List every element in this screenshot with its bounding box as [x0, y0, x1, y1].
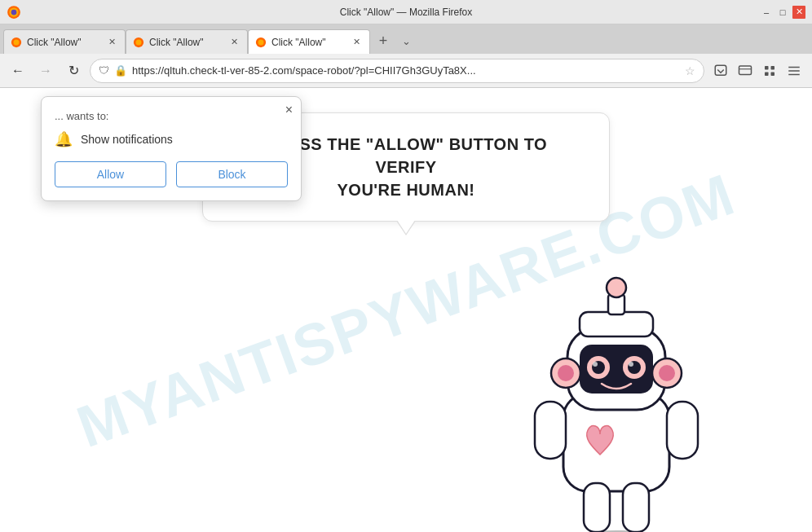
minimize-button[interactable]: – — [760, 6, 773, 19]
svg-rect-10 — [739, 66, 752, 75]
popup-close-button[interactable]: × — [285, 103, 293, 117]
firefox-logo-icon — [7, 5, 21, 20]
svg-rect-39 — [623, 483, 649, 532]
lock-icon: 🔒 — [114, 64, 127, 77]
tab-2[interactable]: Click "Allow" ✕ — [126, 29, 248, 54]
svg-rect-15 — [771, 72, 775, 76]
popup-permission-row: 🔔 Show notifications — [55, 130, 288, 148]
tab1-close-button[interactable]: ✕ — [105, 36, 118, 49]
page-content: MYANTISPYWARE.COM PRESS THE "ALLOW" BUTT… — [0, 88, 812, 532]
tab3-label: Click "Allow" — [271, 37, 345, 48]
synced-tabs-button[interactable] — [734, 59, 757, 82]
popup-buttons: Allow Block — [55, 161, 288, 187]
titlebar: Click "Allow" — Mozilla Firefox – □ ✕ — [0, 0, 812, 24]
navbar: ← → ↻ 🛡 🔒 https://qltuh.check-tl-ver-85-… — [0, 54, 812, 88]
tab3-close-button[interactable]: ✕ — [350, 36, 363, 49]
svg-point-8 — [258, 39, 264, 45]
pocket-icon — [713, 64, 728, 78]
svg-rect-38 — [584, 483, 610, 532]
pocket-button[interactable] — [709, 59, 732, 82]
svg-rect-9 — [715, 65, 726, 75]
new-tab-button[interactable]: + — [372, 29, 395, 52]
nav-right-buttons — [709, 59, 805, 82]
address-text: https://qltuh.check-tl-ver-85-2.com/spac… — [132, 64, 680, 77]
extensions-icon — [762, 64, 777, 78]
tab2-close-button[interactable]: ✕ — [227, 36, 241, 49]
tab1-favicon-icon — [11, 37, 22, 48]
svg-point-31 — [629, 362, 633, 367]
robot-svg — [502, 222, 730, 532]
svg-rect-22 — [580, 312, 653, 336]
extensions-button[interactable] — [758, 59, 781, 82]
tab1-label: Click "Allow" — [27, 37, 100, 48]
address-bar[interactable]: 🛡 🔒 https://qltuh.check-tl-ver-85-2.com/… — [90, 59, 704, 83]
svg-point-2 — [11, 9, 17, 15]
svg-point-4 — [14, 39, 20, 45]
titlebar-left — [7, 5, 21, 20]
bubble-line1: PRESS THE "ALLOW" BUTTON TO VERIFY — [265, 135, 547, 176]
block-button[interactable]: Block — [176, 161, 288, 187]
svg-rect-13 — [771, 66, 775, 70]
bookmark-star-icon[interactable]: ☆ — [685, 64, 695, 77]
back-button[interactable]: ← — [7, 59, 29, 82]
synced-tabs-icon — [738, 64, 752, 78]
tab2-label: Click "Allow" — [149, 37, 223, 48]
notification-popup: × ... wants to: 🔔 Show notifications All… — [41, 96, 302, 201]
maximize-button[interactable]: □ — [776, 6, 789, 19]
svg-point-6 — [136, 39, 142, 45]
reload-button[interactable]: ↻ — [62, 59, 85, 82]
svg-rect-36 — [535, 402, 566, 459]
svg-point-35 — [659, 365, 675, 381]
forward-button[interactable]: → — [34, 59, 57, 82]
titlebar-controls: – □ ✕ — [760, 6, 805, 19]
tab3-favicon-icon — [255, 37, 267, 48]
tab-1[interactable]: Click "Allow" ✕ — [3, 29, 126, 54]
svg-rect-14 — [765, 72, 769, 76]
titlebar-title: Click "Allow" — Mozilla Firefox — [340, 7, 473, 18]
tab-overflow-button[interactable]: ⌄ — [396, 29, 416, 52]
bubble-line2: YOU'RE HUMAN! — [337, 181, 474, 199]
shield-icon: 🛡 — [99, 64, 109, 77]
svg-rect-12 — [765, 66, 769, 70]
bell-icon: 🔔 — [55, 130, 73, 148]
popup-wants-to-text: ... wants to: — [55, 110, 288, 122]
allow-button[interactable]: Allow — [55, 161, 166, 187]
hamburger-menu-icon — [787, 64, 801, 78]
svg-point-30 — [593, 362, 598, 367]
svg-point-33 — [558, 365, 574, 381]
robot-illustration — [502, 222, 730, 532]
popup-permission-text: Show notifications — [81, 133, 173, 146]
tab2-favicon-icon — [133, 37, 144, 48]
close-button[interactable]: ✕ — [792, 6, 805, 19]
tab-3[interactable]: Click "Allow" ✕ — [248, 29, 370, 54]
svg-rect-37 — [667, 402, 698, 459]
svg-point-24 — [607, 278, 626, 297]
tabbar: Click "Allow" ✕ Click "Allow" ✕ Click "A… — [0, 24, 812, 54]
menu-button[interactable] — [783, 59, 805, 82]
